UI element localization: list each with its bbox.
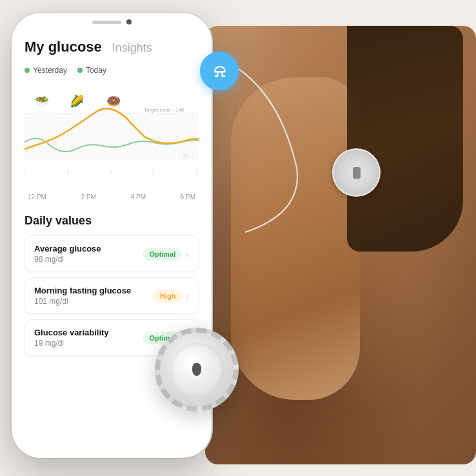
legend-yesterday: Yesterday [25,66,67,75]
time-label-2pm: 2 PM [81,193,96,201]
chevron-icon-1: › [186,249,189,259]
chevron-icon-2: › [186,291,189,301]
average-glucose-card[interactable]: Average glucose 98 mg/dl Optimal › [25,235,199,272]
fasting-glucose-info: Morning fasting glucose 101 mg/dl [34,286,154,306]
time-label-4pm: 4 PM [131,193,146,201]
time-axis-labels: 12 PM 2 PM 4 PM 6 PM [25,193,199,201]
fasting-glucose-status: High [154,290,182,302]
daily-values-title: Daily values [25,214,199,228]
scene: ⍾ My glucose Insights Yesterday [0,0,476,476]
food-icon-3: 🍩 [106,94,121,108]
notch-camera [126,19,132,25]
cgm-device-inner [170,342,224,397]
arm [231,77,360,400]
time-label-6pm: 6 PM [181,193,195,201]
fasting-glucose-name: Morning fasting glucose [34,286,154,295]
food-icon-1: 🥗 [35,94,49,108]
hair [347,26,463,252]
yesterday-label: Yesterday [33,66,67,75]
glucose-variability-name: Glucose variability [34,328,143,337]
person-background [205,26,476,464]
sensor-eye [192,363,201,376]
sensor-patch [332,148,381,197]
chart-legend: Yesterday Today [25,66,199,75]
glucose-chart-area: 🥗 🌽 🍩 Target zone - 140 70 [25,88,199,204]
bluetooth-icon: ⍾ [214,62,225,80]
time-label-12pm: 12 PM [28,193,46,201]
insights-tab[interactable]: Insights [112,41,152,55]
fasting-glucose-reading: 101 mg/dl [34,297,154,306]
svg-rect-4 [25,114,199,159]
today-dot [77,68,83,73]
today-label: Today [86,66,106,75]
glucose-variability-info: Glucose variability 19 mg/dl [34,328,143,348]
average-glucose-name: Average glucose [34,244,143,253]
food-icon-2: 🌽 [70,94,84,108]
svg-text:Target zone - 140: Target zone - 140 [144,107,184,113]
fasting-glucose-card[interactable]: Morning fasting glucose 101 mg/dl High › [25,277,199,314]
glucose-variability-reading: 19 mg/dl [34,339,143,348]
yesterday-dot [25,68,30,73]
phone-notch [73,13,150,31]
my-glucose-tab[interactable]: My glucose [25,39,102,55]
header-tabs: My glucose Insights [25,39,199,55]
average-glucose-status: Optimal [143,248,182,261]
bluetooth-button[interactable]: ⍾ [200,52,239,90]
average-glucose-info: Average glucose 98 mg/dl [34,244,143,264]
average-glucose-reading: 98 mg/dl [34,255,143,264]
cgm-device [155,328,239,412]
legend-today: Today [77,66,106,75]
notch-bar [92,21,121,24]
